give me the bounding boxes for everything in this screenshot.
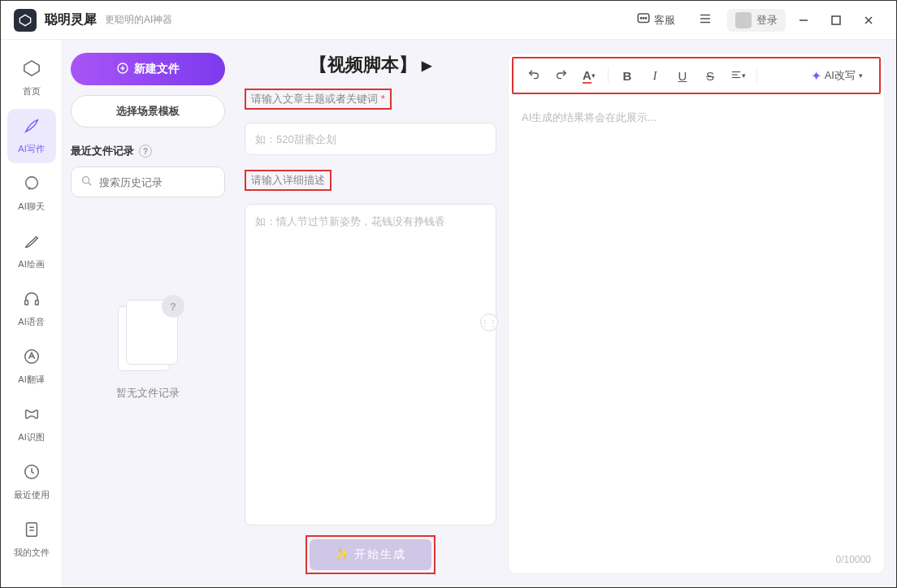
nav-label: 最近使用 [14, 489, 50, 501]
sidebar: 首页 AI写作 AI聊天 AI绘画 AI语音 AI翻译 AI识图 最近使用 [1, 40, 63, 587]
login-label: 登录 [756, 13, 778, 28]
help-icon[interactable]: ? [139, 145, 152, 158]
nav-ai-chat[interactable]: AI聊天 [7, 166, 56, 221]
chat-bubble-icon [23, 175, 41, 197]
svg-point-3 [643, 18, 644, 19]
nav-ai-voice[interactable]: AI语音 [7, 282, 56, 336]
file-icon [23, 521, 41, 543]
svg-point-4 [645, 18, 647, 19]
panel-drag-handle[interactable]: ⋮⋮ [480, 313, 498, 331]
nav-label: AI语音 [18, 316, 44, 328]
svg-point-24 [83, 177, 89, 184]
detail-label: 请输入详细描述 [245, 170, 332, 191]
strike-icon: S [706, 69, 714, 83]
italic-button[interactable]: I [643, 63, 667, 88]
nav-label: AI翻译 [18, 374, 44, 386]
underline-icon: U [678, 69, 687, 83]
nav-label: 首页 [23, 85, 41, 97]
svg-rect-9 [832, 16, 840, 24]
sparkle-icon: ✦ [811, 68, 821, 84]
app-logo-icon [14, 9, 37, 32]
empty-label: 暂无文件记录 [116, 386, 180, 400]
recent-files-header: 最近文件记录 ? [71, 144, 225, 158]
new-file-label: 新建文件 [134, 62, 180, 76]
undo-icon [527, 68, 540, 84]
align-button[interactable]: ▾ [726, 63, 750, 88]
svg-marker-12 [24, 61, 38, 76]
subject-label: 请输入文章主题或者关键词 * [245, 89, 392, 110]
menu-button[interactable] [690, 6, 721, 33]
hamburger-icon [698, 11, 713, 28]
nav-ai-paint[interactable]: AI绘画 [7, 224, 56, 279]
script-title-text: 【视频脚本】 [310, 53, 417, 77]
nav-recent[interactable]: 最近使用 [7, 455, 56, 509]
plus-circle-icon [116, 62, 129, 77]
customer-service-button[interactable]: 客服 [628, 6, 683, 33]
svg-rect-18 [26, 523, 37, 537]
nav-label: 我的文件 [14, 547, 50, 559]
translate-icon [23, 348, 41, 370]
output-column: A▾ B I U S ▾ ✦ AI改写 ▾ AI生成的结果将会在此展示... 0… [508, 53, 885, 574]
redo-icon [555, 68, 568, 84]
nav-ai-image[interactable]: AI识图 [7, 397, 56, 452]
subject-input[interactable] [245, 123, 496, 155]
nav-label: AI识图 [18, 431, 44, 443]
new-file-button[interactable]: 新建文件 [71, 53, 225, 85]
app-name: 聪明灵犀 [45, 11, 97, 28]
recent-files-label: 最近文件记录 [71, 144, 134, 158]
play-icon[interactable]: ▶ [422, 58, 431, 73]
nav-ai-writing[interactable]: AI写作 [7, 109, 56, 163]
char-counter: 0/10000 [836, 554, 871, 565]
image-recog-icon [23, 405, 41, 428]
italic-icon: I [653, 69, 657, 83]
file-panel: 新建文件 选择场景模板 最近文件记录 ? ? 暂无文件记录 [63, 40, 233, 587]
pen-icon [23, 117, 41, 140]
login-button[interactable]: 登录 [727, 9, 786, 32]
generate-button[interactable]: ✨ 开始生成 [310, 539, 431, 570]
nav-my-files[interactable]: 我的文件 [7, 512, 56, 567]
avatar-icon [735, 12, 752, 28]
empty-state: ? 暂无文件记录 [71, 295, 225, 400]
chat-icon [636, 11, 651, 28]
script-title: 【视频脚本】 ▶ [245, 53, 496, 77]
bold-icon: B [623, 69, 632, 83]
svg-rect-14 [24, 300, 28, 305]
redo-button[interactable] [549, 63, 574, 88]
font-color-icon: A [583, 68, 592, 84]
input-column: 【视频脚本】 ▶ 请输入文章主题或者关键词 * 请输入详细描述 ✨ 开始生成 [245, 53, 496, 574]
brush-icon [23, 232, 41, 255]
underline-button[interactable]: U [670, 63, 695, 88]
output-body[interactable]: AI生成的结果将会在此展示... 0/10000 [509, 97, 884, 573]
search-input[interactable] [71, 166, 225, 197]
svg-rect-15 [35, 300, 38, 305]
undo-button[interactable] [522, 63, 546, 88]
minimize-button[interactable] [789, 8, 818, 32]
customer-service-label: 客服 [654, 13, 675, 28]
nav-label: AI聊天 [18, 201, 44, 213]
empty-illustration-icon: ? [111, 295, 184, 376]
detail-input[interactable] [245, 204, 496, 525]
headphones-icon [23, 290, 41, 313]
choose-template-button[interactable]: 选择场景模板 [71, 95, 225, 128]
search-wrap [71, 166, 225, 197]
nav-label: AI写作 [18, 143, 44, 155]
home-icon [23, 59, 41, 82]
nav-ai-translate[interactable]: AI翻译 [7, 339, 56, 394]
svg-line-25 [89, 183, 91, 185]
nav-label: AI绘画 [18, 258, 44, 270]
bold-button[interactable]: B [615, 63, 639, 88]
svg-point-2 [640, 18, 642, 19]
close-button[interactable] [854, 8, 883, 32]
maximize-button[interactable] [821, 8, 851, 32]
ai-rewrite-button[interactable]: ✦ AI改写 ▾ [803, 65, 871, 87]
font-color-button[interactable]: A▾ [577, 63, 601, 88]
align-icon [730, 69, 742, 83]
strike-button[interactable]: S [698, 63, 722, 88]
nav-home[interactable]: 首页 [7, 51, 56, 106]
titlebar: 聪明灵犀 更聪明的AI神器 客服 登录 [1, 1, 896, 40]
rich-text-toolbar: A▾ B I U S ▾ ✦ AI改写 ▾ [512, 57, 881, 94]
clock-icon [23, 463, 41, 486]
search-icon [80, 175, 93, 191]
output-placeholder: AI生成的结果将会在此展示... [522, 111, 656, 123]
editor-area: 【视频脚本】 ▶ 请输入文章主题或者关键词 * 请输入详细描述 ✨ 开始生成 ⋮… [233, 40, 896, 587]
